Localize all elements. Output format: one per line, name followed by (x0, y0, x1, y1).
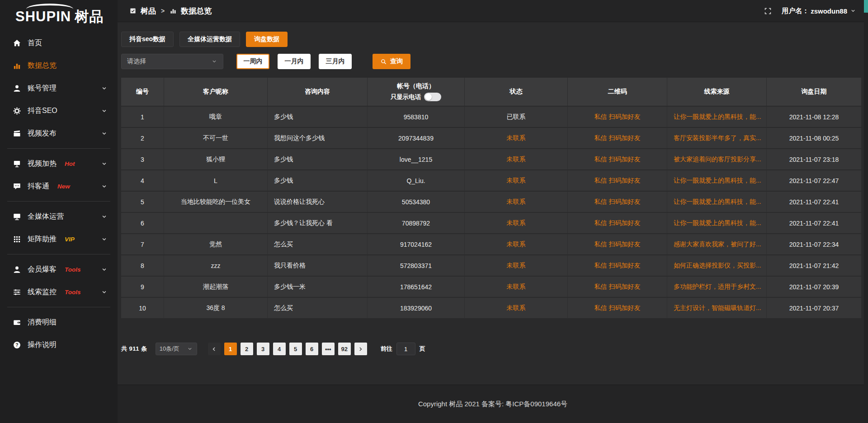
pagination-ellipsis[interactable]: ••• (322, 343, 335, 355)
sidebar-divider (7, 254, 110, 254)
cell-qrcode-link[interactable]: 私信 扫码加好友 (568, 170, 667, 191)
sidebar-item[interactable]: 视频加热Hot (0, 152, 118, 175)
column-header-account-label: 帐号（电话） (397, 82, 435, 90)
main-area: 树品 > 数据总览 用户名： zswodun88 抖音seo数据全媒体运营数据询… (118, 0, 868, 423)
cell-qrcode-link[interactable]: 私信 扫码加好友 (568, 192, 667, 212)
sidebar-nav: 首页数据总览账号管理抖音SEO视频发布视频加热Hot抖客通New全媒体运营矩阵助… (0, 27, 118, 356)
sidebar-item[interactable]: ?操作说明 (0, 334, 118, 356)
cell-source-link[interactable]: 感谢大家喜欢我家，被问了好... (667, 234, 767, 254)
goto-page: 前往 页 (381, 343, 425, 355)
cell-source-link[interactable]: 让你一眼就爱上的黑科技，能... (667, 213, 767, 233)
sidebar-item[interactable]: 首页 (0, 32, 118, 54)
page-size-select[interactable]: 10条/页 (156, 343, 197, 355)
sidebar-item[interactable]: 视频发布 (0, 122, 118, 145)
column-header-status: 状态 (465, 78, 568, 106)
cell-source-link[interactable]: 多功能护栏灯，适用于乡村文... (667, 277, 767, 297)
page-button-1[interactable]: 1 (224, 343, 237, 355)
cell-source-link[interactable]: 客厅安装投影半年多了，真实... (667, 128, 767, 148)
column-header-date: 询盘日期 (767, 78, 861, 106)
user-menu[interactable]: 用户名： zswodun88 (782, 7, 856, 15)
sidebar-item-badge: VIP (65, 236, 75, 243)
cell-nickname: 潮起潮落 (164, 277, 268, 297)
logo[interactable]: SHUPIN树品 (0, 0, 118, 27)
sidebar-item[interactable]: 线索监控Tools (0, 281, 118, 303)
cell-nickname: zzz (164, 255, 268, 276)
table-row: 3狐小狸多少钱love__1215未联系私信 扫码加好友被大家追着问的客厅投影分… (121, 148, 861, 169)
username-label: 用户名： (782, 7, 809, 15)
breadcrumb-current: 数据总览 (181, 6, 212, 16)
page-button-4[interactable]: 4 (273, 343, 286, 355)
range-button-3[interactable]: 三月内 (319, 54, 352, 69)
cell-id: 9 (121, 277, 164, 297)
breadcrumb-root[interactable]: 树品 (141, 6, 156, 16)
sidebar-item[interactable]: 抖音SEO (0, 99, 118, 122)
cell-qrcode-link[interactable]: 私信 扫码加好友 (568, 298, 667, 318)
range-button-2[interactable]: 一月内 (278, 54, 311, 69)
cell-qrcode-link[interactable]: 私信 扫码加好友 (568, 149, 667, 169)
sidebar-item[interactable]: 消费明细 (0, 311, 118, 334)
cell-source-link[interactable]: 让你一眼就爱上的黑科技，能... (667, 192, 767, 212)
search-button[interactable]: 查询 (373, 54, 410, 69)
prev-page-button[interactable] (208, 343, 221, 355)
sidebar-divider (7, 148, 110, 149)
sidebar-item[interactable]: 账号管理 (0, 77, 118, 99)
goto-page-input[interactable] (396, 343, 415, 355)
page-button-3[interactable]: 3 (257, 343, 269, 355)
cell-qrcode-link[interactable]: 私信 扫码加好友 (568, 234, 667, 254)
page-button-2[interactable]: 2 (241, 343, 253, 355)
sidebar-item-label: 视频发布 (28, 129, 57, 138)
range-button-1[interactable]: 一周内 (236, 54, 269, 69)
cell-qrcode-link[interactable]: 私信 扫码加好友 (568, 255, 667, 276)
filter-select[interactable]: 请选择 (121, 54, 223, 69)
cell-qrcode-link[interactable]: 私信 扫码加好友 (568, 213, 667, 233)
sidebar-item-label: 账号管理 (28, 84, 57, 93)
cell-status: 未联系 (465, 255, 568, 276)
column-header-account: 帐号（电话） 只显示电话 (368, 78, 465, 106)
page-button-5[interactable]: 5 (289, 343, 302, 355)
tab-2[interactable]: 全媒体运营数据 (179, 32, 240, 47)
cell-status: 未联系 (465, 213, 568, 233)
cell-qrcode-link[interactable]: 私信 扫码加好友 (568, 107, 667, 127)
sidebar-item[interactable]: 会员爆客Tools (0, 258, 118, 281)
cell-qrcode-link[interactable]: 私信 扫码加好友 (568, 277, 667, 297)
tab-1[interactable]: 抖音seo数据 (121, 32, 174, 47)
cell-source-link[interactable]: 被大家追着问的客厅投影分享... (667, 149, 767, 169)
sidebar-divider (7, 201, 110, 202)
home-icon (13, 39, 21, 47)
phone-only-toggle[interactable] (424, 93, 441, 101)
search-button-label: 查询 (390, 57, 403, 66)
table-row: 9潮起潮落多少钱一米178651642未联系私信 扫码加好友多功能护栏灯，适用于… (121, 276, 861, 297)
sidebar-item[interactable]: 全媒体运营 (0, 205, 118, 228)
cell-source-link[interactable]: 无主灯设计，智能磁吸轨道灯... (667, 298, 767, 318)
table-row: 6多少钱？让我死心 看70898792未联系私信 扫码加好友让你一眼就爱上的黑科… (121, 212, 861, 233)
cell-date: 2021-11-07 23:18 (767, 149, 861, 169)
next-page-button[interactable] (354, 343, 367, 355)
tab-3[interactable]: 询盘数据 (246, 32, 288, 47)
cell-source-link[interactable]: 让你一眼就爱上的黑科技，能... (667, 107, 767, 127)
chevron-down-icon (101, 130, 108, 137)
cell-qrcode-link[interactable]: 私信 扫码加好友 (568, 128, 667, 148)
scrollbar[interactable] (864, 0, 868, 423)
table-row: 5当地比较能吃的一位美女说说价格让我死心50534380未联系私信 扫码加好友让… (121, 191, 861, 212)
cell-source-link[interactable]: 让你一眼就爱上的黑科技，能... (667, 170, 767, 191)
table-row: 1036度 8怎么买183929060未联系私信 扫码加好友无主灯设计，智能磁吸… (121, 297, 861, 318)
page-button-6[interactable]: 6 (306, 343, 318, 355)
goto-label: 前往 (381, 345, 392, 353)
cell-source-link[interactable]: 如何正确选择投影仪，买投影... (667, 255, 767, 276)
fullscreen-icon[interactable] (764, 7, 772, 15)
user-icon (13, 84, 21, 93)
topbar-right: 用户名： zswodun88 (764, 7, 856, 15)
cell-content: 多少钱一米 (268, 277, 368, 297)
logo-text-cn: 树品 (75, 9, 104, 24)
scrollbar-thumb[interactable] (864, 0, 868, 13)
sidebar-item[interactable]: 数据总览 (0, 54, 118, 77)
cell-content: 多少钱？让我死心 看 (268, 213, 368, 233)
cell-account: 917024162 (368, 234, 465, 254)
chevron-down-icon (101, 85, 108, 92)
page-button-92[interactable]: 92 (338, 343, 351, 355)
chevron-down-icon (850, 8, 856, 14)
column-header-id: 编号 (121, 78, 164, 106)
sidebar-item[interactable]: 抖客通New (0, 175, 118, 197)
sidebar-item[interactable]: 矩阵助推VIP (0, 228, 118, 250)
chevron-down-icon (187, 346, 193, 352)
